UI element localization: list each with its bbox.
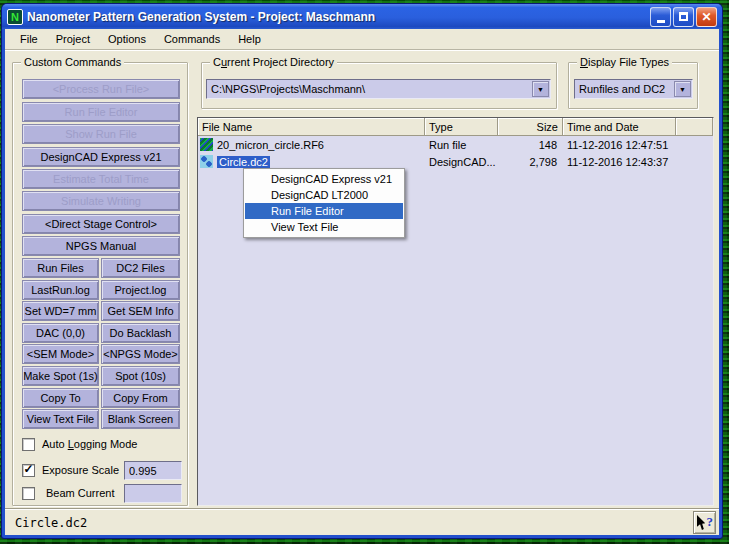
status-bar: Circle.dc2 ? [5, 508, 719, 535]
menu-project[interactable]: Project [47, 31, 99, 47]
simulate-writing-button[interactable]: Simulate Writing [22, 191, 180, 211]
file-name[interactable]: 20_micron_circle.RF6 [217, 139, 324, 151]
auto-logging-checkbox[interactable]: ✓ [22, 438, 35, 451]
copy-from-button[interactable]: Copy From [101, 388, 180, 408]
lastrun-log-button[interactable]: LastRun.log [22, 280, 99, 300]
designcad-icon [200, 155, 213, 168]
exposure-scale-input[interactable] [124, 461, 182, 480]
dac-button[interactable]: DAC (0,0) [22, 323, 99, 343]
close-icon: ✕ [701, 10, 711, 24]
npgs-mode-button[interactable]: <NPGS Mode> [101, 344, 180, 364]
make-spot-button[interactable]: Make Spot (1s) [22, 366, 99, 386]
file-size: 2,798 [498, 156, 563, 168]
display-file-types-panel: Display File Types Runfiles and DC2 ▼ [568, 62, 698, 109]
column-header-file-name[interactable]: File Name [198, 118, 425, 136]
table-row[interactable]: 20_micron_circle.RF6 Run file 148 11-12-… [198, 136, 713, 153]
desktop: N Nanometer Pattern Generation System - … [0, 0, 729, 544]
file-name-cell: Circle.dc2 [198, 155, 425, 168]
file-name-cell: 20_micron_circle.RF6 [198, 138, 425, 151]
status-selected-file: Circle.dc2 [15, 516, 87, 530]
project-directory-combo[interactable]: C:\NPGS\Projects\Maschmann\ ▼ [206, 79, 551, 99]
display-file-types-label: Display File Types [577, 56, 672, 68]
menu-options[interactable]: Options [99, 31, 155, 47]
maximize-icon [679, 12, 688, 21]
display-file-types-value: Runfiles and DC2 [575, 83, 674, 95]
dc2-files-button[interactable]: DC2 Files [101, 258, 180, 278]
column-header-time-date[interactable]: Time and Date [563, 118, 676, 136]
process-run-file-button[interactable]: <Process Run File> [22, 79, 180, 99]
window-body: File Project Options Commands Help Custo… [5, 29, 719, 535]
get-sem-info-button[interactable]: Get SEM Info [101, 301, 180, 321]
app-window: N Nanometer Pattern Generation System - … [2, 4, 722, 538]
do-backlash-button[interactable]: Do Backlash [101, 323, 180, 343]
direct-stage-control-button[interactable]: <Direct Stage Control> [22, 214, 180, 234]
menu-item-designcad-lt2000[interactable]: DesignCAD LT2000 [245, 187, 403, 203]
npgs-manual-button[interactable]: NPGS Manual [22, 236, 180, 256]
sem-mode-button[interactable]: <SEM Mode> [22, 344, 99, 364]
menu-file[interactable]: File [11, 31, 47, 47]
file-date: 11-12-2016 12:43:37 [563, 156, 676, 168]
close-button[interactable]: ✕ [696, 7, 717, 27]
window-title: Nanometer Pattern Generation System - Pr… [27, 10, 650, 24]
beam-current-label: Beam Current [46, 487, 114, 499]
chevron-down-icon[interactable]: ▼ [674, 81, 691, 97]
app-icon: N [7, 9, 23, 25]
file-date: 11-12-2016 12:47:51 [563, 139, 676, 151]
column-header-type[interactable]: Type [425, 118, 498, 136]
file-list-header: File Name Type Size Time and Date [198, 118, 713, 136]
title-bar[interactable]: N Nanometer Pattern Generation System - … [2, 4, 722, 29]
exposure-scale-label: Exposure Scale [42, 464, 119, 476]
project-directory-value: C:\NPGS\Projects\Maschmann\ [207, 83, 532, 95]
menu-item-run-file-editor[interactable]: Run File Editor [245, 203, 403, 219]
display-file-types-combo[interactable]: Runfiles and DC2 ▼ [574, 79, 693, 99]
view-text-file-button[interactable]: View Text File [22, 409, 99, 429]
copy-to-button[interactable]: Copy To [22, 388, 99, 408]
runfile-icon [200, 138, 213, 151]
auto-logging-label: Auto Logging Mode [42, 438, 137, 450]
designcad-express-button[interactable]: DesignCAD Express v21 [22, 147, 180, 167]
beam-current-checkbox[interactable]: ✓ [22, 487, 35, 500]
blank-screen-button[interactable]: Blank Screen [101, 409, 180, 429]
column-header-filler [676, 118, 713, 136]
question-mark-icon: ? [707, 514, 714, 530]
show-run-file-button[interactable]: Show Run File [22, 124, 180, 144]
run-file-editor-button[interactable]: Run File Editor [22, 102, 180, 122]
custom-commands-label: Custom Commands [21, 56, 124, 68]
context-help-button[interactable]: ? [693, 511, 716, 534]
menu-commands[interactable]: Commands [155, 31, 229, 47]
exposure-scale-checkbox[interactable]: ✓ [22, 464, 35, 477]
minimize-button[interactable] [650, 7, 671, 27]
menu-item-view-text-file[interactable]: View Text File [245, 219, 403, 235]
file-name[interactable]: Circle.dc2 [217, 156, 270, 168]
file-size: 148 [498, 139, 563, 151]
estimate-total-time-button[interactable]: Estimate Total Time [22, 169, 180, 189]
project-directory-label: Current Project Directory [210, 56, 337, 68]
project-directory-panel: Current Project Directory C:\NPGS\Projec… [201, 62, 557, 109]
maximize-button[interactable] [673, 7, 694, 27]
menu-help[interactable]: Help [229, 31, 270, 47]
column-header-size[interactable]: Size [498, 118, 563, 136]
window-controls: ✕ [650, 7, 717, 27]
custom-commands-panel: Custom Commands <Process Run File> Run F… [12, 62, 188, 506]
set-wd-button[interactable]: Set WD=7 mm [22, 301, 99, 321]
project-log-button[interactable]: Project.log [101, 280, 180, 300]
file-type: Run file [425, 139, 498, 151]
context-menu: DesignCAD Express v21 DesignCAD LT2000 R… [243, 168, 405, 238]
file-type: DesignCAD... [425, 156, 498, 168]
chevron-down-icon[interactable]: ▼ [532, 81, 549, 97]
spot-10s-button[interactable]: Spot (10s) [101, 366, 180, 386]
run-files-button[interactable]: Run Files [22, 258, 99, 278]
menu-item-designcad-express[interactable]: DesignCAD Express v21 [245, 171, 403, 187]
check-icon: ✓ [23, 464, 34, 474]
app-icon-letter: N [11, 11, 19, 23]
minimize-icon [657, 20, 665, 23]
menu-bar: File Project Options Commands Help [5, 29, 719, 50]
beam-current-input[interactable] [124, 484, 182, 503]
